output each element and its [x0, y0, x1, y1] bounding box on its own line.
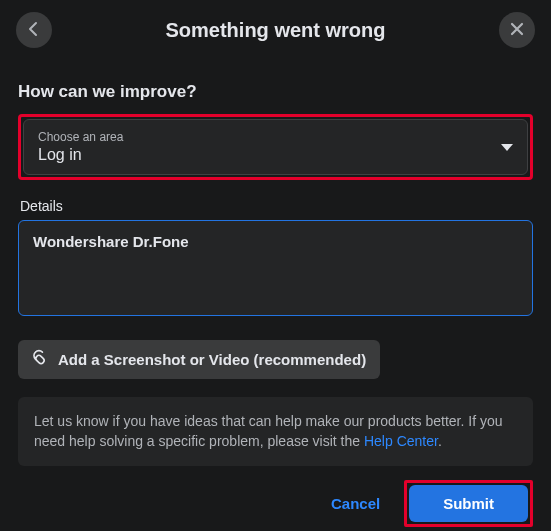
chevron-down-icon — [501, 144, 513, 151]
submit-button[interactable]: Submit — [409, 485, 528, 522]
dropdown-text-wrap: Choose an area Log in — [38, 130, 123, 164]
dialog-footer: Cancel Submit — [18, 480, 533, 527]
dialog-header: Something went wrong — [0, 0, 551, 56]
dialog-title: Something went wrong — [166, 19, 386, 42]
submit-button-highlight: Submit — [404, 480, 533, 527]
details-label: Details — [20, 198, 533, 214]
close-button[interactable] — [499, 12, 535, 48]
back-button[interactable] — [16, 12, 52, 48]
section-heading: How can we improve? — [18, 82, 533, 102]
dropdown-value: Log in — [38, 146, 123, 164]
paperclip-icon — [28, 347, 53, 372]
area-dropdown-highlight: Choose an area Log in — [18, 114, 533, 180]
info-tail: . — [438, 433, 442, 449]
add-screenshot-label: Add a Screenshot or Video (recommended) — [58, 351, 366, 368]
cancel-button[interactable]: Cancel — [317, 485, 394, 522]
info-box: Let us know if you have ideas that can h… — [18, 397, 533, 466]
dialog-content: How can we improve? Choose an area Log i… — [0, 56, 551, 531]
help-center-link[interactable]: Help Center — [364, 433, 438, 449]
area-dropdown[interactable]: Choose an area Log in — [23, 119, 528, 175]
close-icon — [508, 20, 526, 41]
details-textarea[interactable] — [18, 220, 533, 316]
add-screenshot-button[interactable]: Add a Screenshot or Video (recommended) — [18, 340, 380, 379]
dropdown-label: Choose an area — [38, 130, 123, 144]
arrow-left-icon — [24, 19, 44, 42]
